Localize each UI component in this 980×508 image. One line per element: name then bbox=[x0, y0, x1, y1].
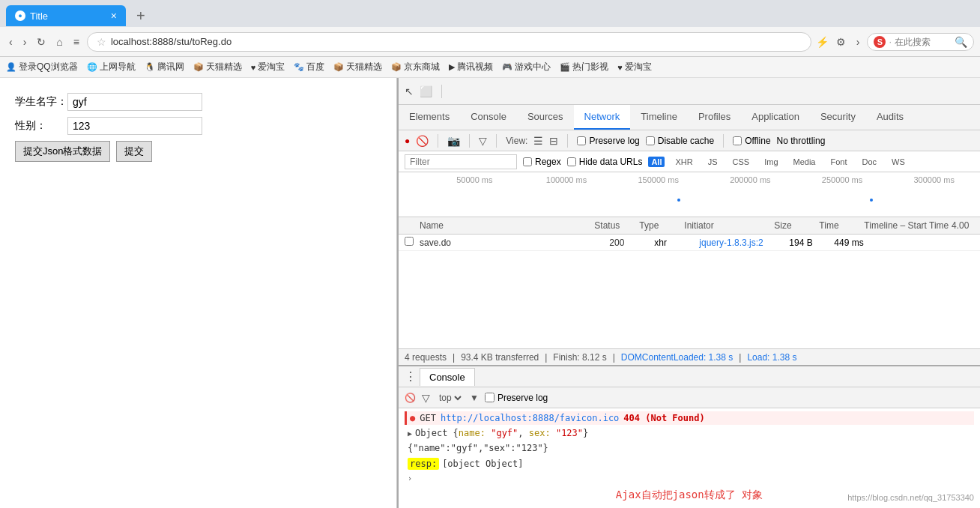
console-tab[interactable]: Console bbox=[420, 368, 475, 386]
tencent-icon: 🐧 bbox=[145, 62, 155, 72]
screenshot-button[interactable]: 📷 bbox=[447, 135, 460, 147]
hide-data-urls-checkbox[interactable] bbox=[567, 157, 576, 166]
console-preserve-log-checkbox[interactable] bbox=[485, 393, 494, 402]
bookmark-item-baidu[interactable]: 🐾 百度 bbox=[294, 61, 324, 73]
tab-profiles[interactable]: Profiles bbox=[688, 105, 741, 130]
tab-close-button[interactable]: × bbox=[111, 10, 117, 22]
filter-font[interactable]: Font bbox=[826, 157, 851, 167]
bookmark-label-movies: 热门影视 bbox=[572, 61, 608, 73]
bookmark-item-tencent[interactable]: 🐧 腾讯网 bbox=[145, 61, 184, 73]
row-checkbox[interactable] bbox=[405, 237, 414, 246]
tab-application[interactable]: Application bbox=[741, 105, 810, 130]
regex-label: Regex bbox=[535, 157, 561, 167]
dev-tools-button[interactable]: ⚙ bbox=[833, 34, 849, 49]
gender-input[interactable] bbox=[67, 117, 202, 135]
error-link[interactable]: http://localhost:8888/favicon.ico bbox=[441, 413, 619, 423]
view-icon-grid[interactable]: ⊟ bbox=[549, 135, 558, 147]
header-name: Name bbox=[420, 220, 594, 231]
record-button[interactable]: ● bbox=[405, 136, 410, 146]
timeline-label-4: 200000 ms bbox=[704, 175, 796, 184]
disable-cache-checkbox[interactable] bbox=[646, 136, 655, 145]
tab-elements[interactable]: Elements bbox=[399, 105, 460, 130]
forward-arrow-button[interactable]: › bbox=[853, 34, 863, 49]
timeline-label-3: 150000 ms bbox=[612, 175, 704, 184]
forward-button[interactable]: › bbox=[20, 34, 30, 49]
preserve-log-checkbox[interactable] bbox=[577, 136, 586, 145]
all-filter-badge[interactable]: All bbox=[648, 157, 665, 167]
nav-icon: 🌐 bbox=[87, 62, 97, 72]
bookmark-item-taobao[interactable]: ♥ 爱淘宝 bbox=[251, 61, 285, 73]
clear-button[interactable]: 🚫 bbox=[416, 135, 429, 147]
bookmark-item-video[interactable]: ▶ 腾讯视频 bbox=[449, 61, 493, 73]
filter-css[interactable]: CSS bbox=[728, 157, 754, 167]
home-button[interactable]: ⌂ bbox=[53, 34, 65, 49]
bookmark-label-tmall: 天猫精选 bbox=[206, 61, 242, 73]
filter-ws[interactable]: WS bbox=[887, 157, 910, 167]
tab-console[interactable]: Console bbox=[460, 105, 517, 130]
filter-xhr[interactable]: XHR bbox=[671, 157, 697, 167]
row-check bbox=[405, 237, 420, 248]
bookmark-item-tmall[interactable]: 📦 天猫精选 bbox=[193, 61, 242, 73]
new-tab-button[interactable]: + bbox=[132, 7, 150, 25]
address-bar[interactable]: ☆ localhost:8888/stu/toReg.do bbox=[87, 32, 811, 52]
search-bar[interactable]: S · 🔍 bbox=[867, 33, 974, 51]
table-row[interactable]: save.do 200 xhr jquery-1.8.3.js:2 194 B … bbox=[399, 235, 980, 251]
cursor-icon[interactable]: ↖ bbox=[405, 85, 414, 97]
tab-sources[interactable]: Sources bbox=[517, 105, 574, 130]
timeline-labels: 50000 ms 100000 ms 150000 ms 200000 ms 2… bbox=[399, 175, 980, 184]
navigation-bar: ‹ › ↻ ⌂ ≡ ☆ localhost:8888/stu/toReg.do … bbox=[0, 27, 980, 57]
tab-audits[interactable]: Audits bbox=[866, 105, 914, 130]
bookmark-label-video: 腾讯视频 bbox=[457, 61, 493, 73]
tab-security[interactable]: Security bbox=[810, 105, 866, 130]
bookmark-item-games[interactable]: 🎮 游戏中心 bbox=[502, 61, 551, 73]
console-menu-icon[interactable]: ⋮ bbox=[405, 369, 417, 384]
view-icon-list[interactable]: ☰ bbox=[533, 135, 543, 147]
filter-input[interactable] bbox=[405, 154, 517, 169]
bookmark-item-qq[interactable]: 👤 登录QQ浏览器 bbox=[6, 61, 78, 73]
console-filter-icon[interactable]: ▽ bbox=[422, 392, 430, 404]
name-input[interactable] bbox=[67, 93, 202, 111]
inspect-icon[interactable]: ⬜ bbox=[420, 85, 432, 97]
devtools-panel: ↖ ⬜ Elements Console Sources Network Tim… bbox=[397, 78, 980, 508]
submit-json-button[interactable]: 提交Json格式数据 bbox=[15, 141, 110, 162]
console-preserve-log-group: Preserve log bbox=[485, 393, 548, 403]
bookmark-item-tmall2[interactable]: 📦 天猫精选 bbox=[333, 61, 382, 73]
bookmark-item-taobao2[interactable]: ♥ 爱淘宝 bbox=[617, 61, 652, 73]
load-time: Load: 1.38 s bbox=[747, 352, 796, 363]
separator-1 bbox=[441, 85, 442, 98]
console-context-selector[interactable]: top bbox=[436, 392, 464, 404]
timeline-label-6: 300000 ms bbox=[888, 175, 980, 184]
url-text: localhost:8888/stu/toReg.do bbox=[111, 36, 802, 47]
tab-title: Title bbox=[30, 10, 106, 22]
console-clear-icon[interactable]: 🚫 bbox=[405, 393, 416, 403]
bookmark-label-taobao2: 爱淘宝 bbox=[625, 61, 652, 73]
regex-checkbox[interactable] bbox=[523, 157, 532, 166]
devtools-tabs: Elements Console Sources Network Timelin… bbox=[399, 105, 980, 130]
filter-js[interactable]: JS bbox=[704, 157, 722, 167]
refresh-button[interactable]: ↻ bbox=[34, 34, 49, 49]
header-timeline: Timeline – Start Time bbox=[864, 220, 952, 231]
tab-timeline[interactable]: Timeline bbox=[630, 105, 688, 130]
error-text-get: GET bbox=[420, 413, 436, 423]
row-initiator[interactable]: jquery-1.8.3.js:2 bbox=[699, 238, 789, 248]
bookmark-item-nav[interactable]: 🌐 上网导航 bbox=[87, 61, 136, 73]
back-button[interactable]: ‹ bbox=[6, 34, 16, 49]
filter-doc[interactable]: Doc bbox=[858, 157, 882, 167]
offline-checkbox[interactable] bbox=[733, 136, 742, 145]
search-input[interactable] bbox=[895, 37, 955, 47]
console-dropdown-arrow[interactable]: ▼ bbox=[470, 393, 479, 403]
bookmarks-menu-button[interactable]: ≡ bbox=[70, 34, 82, 49]
header-initiator: Initiator bbox=[684, 220, 774, 231]
active-tab[interactable]: ● Title × bbox=[6, 5, 126, 26]
bookmark-item-movies[interactable]: 🎬 热门影视 bbox=[560, 61, 608, 73]
filter-media[interactable]: Media bbox=[789, 157, 820, 167]
chevron-icon[interactable]: › bbox=[408, 474, 412, 483]
filter-img[interactable]: Img bbox=[760, 157, 782, 167]
submit-button[interactable]: 提交 bbox=[116, 141, 152, 162]
expand-arrow-1[interactable]: ▶ bbox=[408, 429, 412, 438]
bookmark-item-jd[interactable]: 📦 京东商城 bbox=[391, 61, 440, 73]
bookmark-label-jd: 京东商城 bbox=[404, 61, 440, 73]
bookmark-label-nav: 上网导航 bbox=[100, 61, 136, 73]
tab-network[interactable]: Network bbox=[574, 105, 631, 130]
filter-icon[interactable]: ▽ bbox=[479, 135, 487, 147]
